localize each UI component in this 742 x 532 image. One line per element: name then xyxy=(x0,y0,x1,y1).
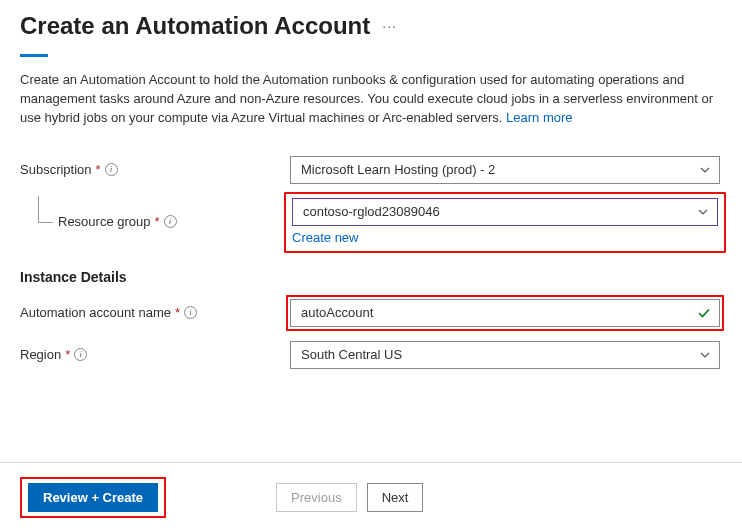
page-description: Create an Automation Account to hold the… xyxy=(20,71,720,128)
review-create-highlight: Review + Create xyxy=(20,477,166,518)
check-icon xyxy=(697,306,711,320)
info-icon[interactable]: i xyxy=(184,306,197,319)
resource-group-dropdown[interactable]: contoso-rglod23089046 xyxy=(292,198,718,226)
chevron-down-icon xyxy=(697,206,709,218)
info-icon[interactable]: i xyxy=(164,215,177,228)
subscription-dropdown[interactable]: Microsoft Learn Hosting (prod) - 2 xyxy=(290,156,720,184)
info-icon[interactable]: i xyxy=(74,348,87,361)
resource-group-value: contoso-rglod23089046 xyxy=(303,204,440,219)
subscription-value: Microsoft Learn Hosting (prod) - 2 xyxy=(301,162,495,177)
review-create-button[interactable]: Review + Create xyxy=(28,483,158,512)
create-new-resource-group-link[interactable]: Create new xyxy=(292,230,358,245)
description-text: Create an Automation Account to hold the… xyxy=(20,72,713,125)
active-tab-indicator xyxy=(20,54,48,57)
more-actions-icon[interactable]: ··· xyxy=(382,18,397,34)
account-name-label: Automation account name xyxy=(20,305,171,320)
next-button[interactable]: Next xyxy=(367,483,424,512)
footer-bar: Review + Create Previous Next xyxy=(0,462,742,532)
region-label: Region xyxy=(20,347,61,362)
account-name-value: autoAccount xyxy=(301,305,373,320)
chevron-down-icon xyxy=(699,164,711,176)
learn-more-link[interactable]: Learn more xyxy=(506,110,572,125)
instance-details-heading: Instance Details xyxy=(20,269,722,285)
region-dropdown[interactable]: South Central US xyxy=(290,341,720,369)
previous-button: Previous xyxy=(276,483,357,512)
resource-group-highlight: contoso-rglod23089046 Create new xyxy=(284,192,726,253)
tab-strip xyxy=(20,54,722,57)
region-value: South Central US xyxy=(301,347,402,362)
subscription-label: Subscription xyxy=(20,162,92,177)
required-asterisk: * xyxy=(65,347,70,362)
required-asterisk: * xyxy=(155,214,160,229)
required-asterisk: * xyxy=(175,305,180,320)
page-title: Create an Automation Account xyxy=(20,12,370,40)
account-name-input[interactable]: autoAccount xyxy=(290,299,720,327)
required-asterisk: * xyxy=(96,162,101,177)
info-icon[interactable]: i xyxy=(105,163,118,176)
resource-group-label: Resource group xyxy=(58,214,151,229)
chevron-down-icon xyxy=(699,349,711,361)
